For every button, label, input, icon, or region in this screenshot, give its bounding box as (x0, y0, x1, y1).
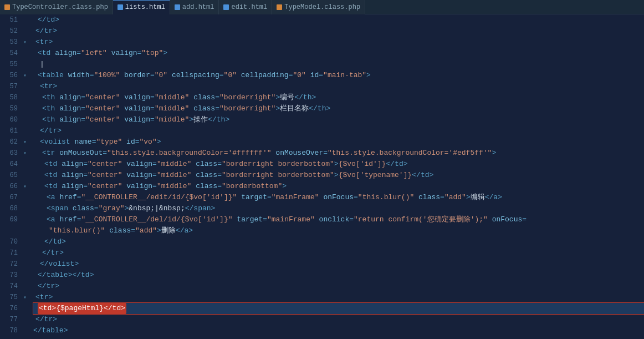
highlighted-code-block: <td>{$pageHtml}</td> (38, 303, 126, 314)
line-number: 70 (0, 236, 18, 247)
code-token: "center" (85, 92, 120, 103)
line-number: 56 (0, 70, 18, 81)
code-token: tr (40, 292, 49, 303)
line-number: 54 (0, 48, 18, 59)
code-token: "middle" (157, 181, 191, 192)
fold-marker (21, 314, 29, 325)
code-token: "borderright borderbottom" (222, 170, 334, 181)
code-token: = (152, 170, 157, 181)
code-token (57, 159, 62, 170)
fold-marker (21, 26, 29, 37)
code-token: < (44, 159, 49, 170)
line-number (0, 225, 18, 236)
code-token: align (62, 170, 83, 181)
code-token: > (90, 270, 94, 281)
fold-marker[interactable]: ▾ (21, 148, 29, 159)
code-token: "left" (81, 48, 107, 59)
code-token (120, 103, 124, 114)
code-line: <th align="center" valign="middle" class… (33, 92, 644, 103)
code-line: </tr> (33, 314, 644, 325)
code-token: > (59, 247, 64, 259)
code-token: > (48, 37, 53, 48)
line-number: 71 (0, 247, 18, 259)
code-token: = (83, 159, 88, 170)
line-number: 53 (0, 37, 18, 48)
code-token: "middle" (157, 170, 191, 181)
code-line: <tr onMouseOut="this.style.backgroundCol… (33, 148, 644, 159)
code-token: volist (49, 259, 75, 270)
code-token: "center" (85, 103, 120, 114)
code-token: = (289, 70, 293, 81)
line-number: 77 (0, 314, 18, 325)
code-token: = (323, 148, 328, 159)
line-number: 68 (0, 203, 18, 214)
code-token: onFocus (323, 192, 354, 203)
code-token (414, 192, 418, 203)
code-token: th (47, 103, 55, 114)
code-token: > (57, 125, 62, 136)
tab-icon (4, 4, 10, 10)
tab-lists[interactable]: lists.html (113, 0, 170, 14)
tab-label: TypeController.class.php (12, 3, 108, 11)
code-token: class (193, 103, 215, 114)
code-token: = (131, 225, 135, 236)
code-token: 操作 (193, 114, 208, 125)
code-token: < (42, 148, 47, 159)
fold-marker[interactable]: ▾ (21, 37, 29, 48)
code-token: </ (33, 325, 42, 336)
code-token: "center" (88, 181, 122, 192)
code-token: a (51, 192, 55, 203)
code-token: td (49, 181, 58, 192)
fold-marker[interactable]: ▾ (21, 181, 29, 192)
code-token: class (109, 225, 131, 236)
code-token: </ (40, 259, 49, 270)
code-token: < (35, 37, 40, 48)
code-area[interactable]: </td></tr><tr><td align="left" valign="t… (29, 14, 644, 339)
fold-marker (21, 203, 29, 214)
tab-edit[interactable]: edit.html (219, 0, 272, 14)
code-token: = (217, 159, 222, 170)
code-line: </tr> (33, 247, 644, 259)
tab-label: add.html (182, 3, 214, 11)
code-token: "0" (293, 70, 305, 81)
code-token: < (40, 136, 44, 148)
code-token: = (103, 148, 107, 159)
fold-marker (21, 114, 29, 125)
code-token: target (237, 214, 263, 225)
code-token: class (73, 203, 94, 214)
code-token: < (42, 114, 47, 125)
code-token: "middle" (157, 159, 191, 170)
code-token: class (196, 170, 217, 181)
code-token: td (49, 170, 58, 181)
code-token: "main-tab" (323, 70, 366, 81)
tab-icon (175, 4, 180, 10)
code-token: valign (124, 114, 150, 125)
code-token: = (83, 170, 88, 181)
tab-typecontroller[interactable]: TypeController.class.php (0, 0, 113, 14)
fold-marker[interactable]: ▾ (21, 70, 29, 81)
code-token: href (59, 192, 76, 203)
code-token: > (163, 48, 167, 59)
tab-typemodel[interactable]: TypeModel.class.php (272, 0, 365, 14)
code-token: = (135, 136, 140, 148)
code-token: "this.blur()" (358, 192, 414, 203)
code-token (55, 114, 59, 125)
code-token: cellpadding (241, 70, 289, 81)
code-token: a (493, 192, 498, 203)
line-numbers: 5152535455565758596061626364656667686970… (0, 14, 21, 339)
code-token: th (47, 92, 55, 103)
code-token: "center" (88, 170, 122, 181)
code-token: > (225, 114, 229, 125)
code-token: = (81, 114, 85, 125)
fold-marker (21, 325, 29, 336)
fold-marker[interactable]: ▾ (21, 136, 29, 148)
fold-marker (21, 103, 29, 114)
code-token: "mainFrame" (272, 192, 319, 203)
code-token: </ (309, 103, 318, 114)
tab-add[interactable]: add.html (170, 0, 219, 14)
code-token: 删除 (161, 225, 176, 236)
code-token: = (319, 70, 323, 81)
code-token: = (81, 92, 85, 103)
code-token: > (429, 170, 433, 181)
fold-marker[interactable]: ▾ (21, 292, 29, 303)
